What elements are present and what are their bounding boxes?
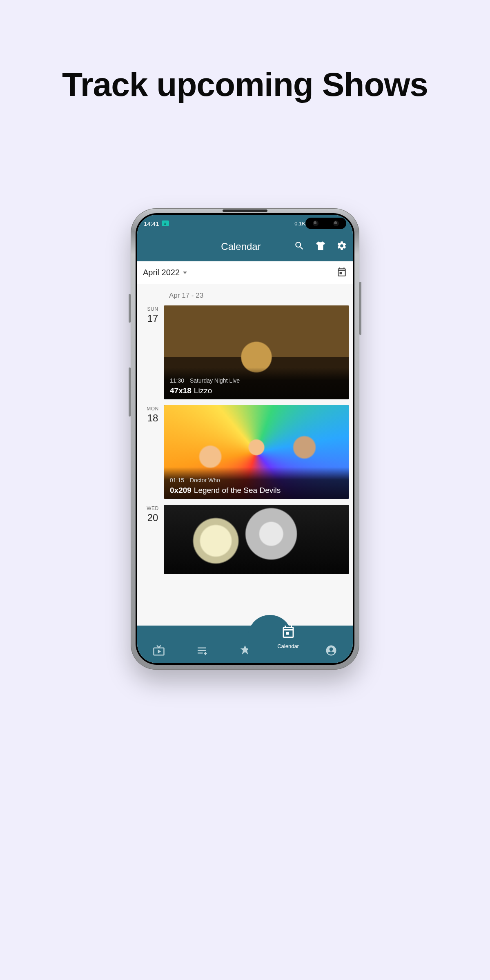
week-range-label: Apr 17 - 23 [137, 284, 353, 305]
calendar-row: SUN 17 11:30 Saturday Night Live [137, 305, 353, 405]
profile-icon [325, 644, 337, 658]
chevron-down-icon [183, 272, 187, 274]
nav-tab-add[interactable] [180, 644, 224, 658]
calendar-icon [281, 624, 296, 641]
side-button [359, 282, 361, 335]
day-column: SUN 17 [141, 305, 164, 399]
day-of-month: 17 [141, 313, 164, 324]
status-bar: 14:41 » 0.1K/s VPN [137, 215, 353, 232]
search-button[interactable] [294, 241, 305, 252]
day-column: WED 20 [141, 505, 164, 574]
add-to-queue-icon [196, 644, 208, 658]
page-title: Calendar [188, 241, 294, 252]
status-indicator-icon: » [162, 220, 169, 226]
calendar-row: WED 20 [137, 505, 353, 580]
calendar-row: MON 18 01:15 Doctor Who [137, 405, 353, 505]
day-of-week: MON [141, 406, 164, 412]
show-name: Saturday Night Live [190, 377, 240, 384]
nav-tab-calendar[interactable]: Calendar [267, 624, 310, 649]
day-column: MON 18 [141, 405, 164, 499]
tv-icon [153, 644, 165, 658]
air-time: 01:15 [170, 477, 184, 483]
app-bar: Calendar [137, 232, 353, 261]
jump-to-today-button[interactable] [336, 267, 347, 279]
device-frame: 14:41 » 0.1K/s VPN [131, 208, 359, 670]
episode-artwork [164, 505, 349, 574]
day-of-month: 20 [141, 512, 164, 523]
month-dropdown[interactable]: April 2022 [143, 268, 187, 277]
camera-cutout [305, 218, 346, 229]
episode-title: Lizzo [194, 386, 212, 395]
show-name: Doctor Who [190, 477, 220, 483]
day-of-week: SUN [141, 306, 164, 312]
earpiece [223, 209, 267, 212]
episode-title: Legend of the Sea Devils [194, 486, 281, 494]
episode-card[interactable]: 01:15 Doctor Who 0x209Legend of the Sea … [164, 405, 349, 499]
search-icon [294, 241, 305, 253]
nav-tab-label: Calendar [277, 643, 299, 649]
status-clock: 14:41 [144, 220, 159, 227]
day-of-week: WED [141, 506, 164, 511]
episode-card[interactable] [164, 505, 349, 574]
air-time: 11:30 [170, 377, 184, 384]
calendar-list[interactable]: Apr 17 - 23 SUN 17 [137, 284, 353, 626]
episode-number: 0x209 [170, 486, 192, 494]
nav-tab-profile[interactable] [310, 644, 353, 658]
tshirt-icon [315, 241, 326, 253]
gear-icon [336, 241, 347, 253]
month-label: April 2022 [143, 268, 180, 277]
bottom-nav: Calendar [137, 626, 353, 663]
screen: 14:41 » 0.1K/s VPN [137, 215, 353, 663]
episode-card[interactable]: 11:30 Saturday Night Live 47x18Lizzo [164, 305, 349, 399]
settings-button[interactable] [336, 241, 347, 252]
day-of-month: 18 [141, 412, 164, 424]
nav-tab-shows[interactable] [137, 644, 180, 658]
episode-number: 47x18 [170, 386, 192, 395]
merch-button[interactable] [315, 241, 326, 252]
promo-headline: Track upcoming Shows [0, 65, 490, 104]
calendar-today-icon [336, 272, 347, 278]
month-bar: April 2022 [137, 261, 353, 284]
